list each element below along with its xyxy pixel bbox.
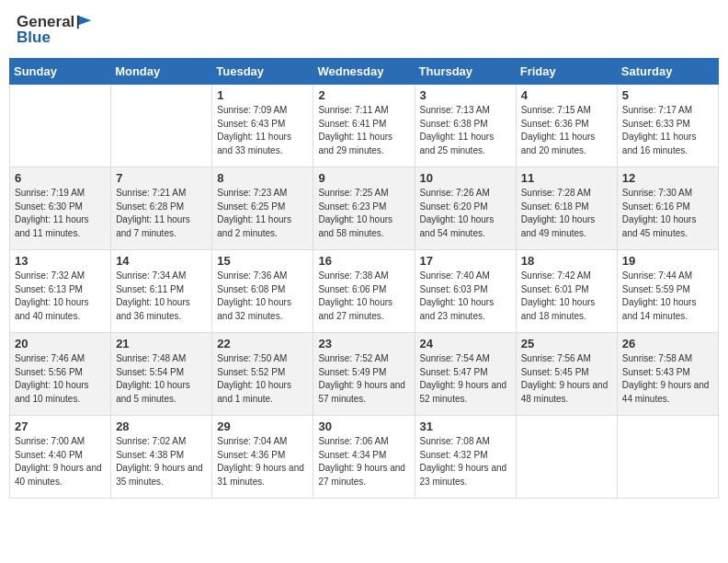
calendar-cell: 20Sunrise: 7:46 AMSunset: 5:56 PMDayligh… [10,333,111,416]
calendar-cell: 14Sunrise: 7:34 AMSunset: 6:11 PMDayligh… [111,250,212,333]
day-number: 24 [420,337,511,350]
day-number: 10 [420,171,511,185]
day-info: Sunrise: 7:30 AMSunset: 6:16 PMDaylight:… [622,187,713,240]
day-info: Sunrise: 7:17 AMSunset: 6:33 PMDaylight:… [622,104,713,157]
calendar-cell: 18Sunrise: 7:42 AMSunset: 6:01 PMDayligh… [516,250,617,333]
day-info: Sunrise: 7:19 AMSunset: 6:30 PMDaylight:… [15,187,106,240]
day-info: Sunrise: 7:52 AMSunset: 5:49 PMDaylight:… [318,352,409,406]
logo-flag-icon [76,14,93,30]
day-info: Sunrise: 7:46 AMSunset: 5:56 PMDaylight:… [15,352,106,406]
day-info: Sunrise: 7:58 AMSunset: 5:43 PMDaylight:… [622,352,713,406]
day-number: 3 [420,88,511,102]
day-number: 2 [318,88,409,102]
logo-blue-text: Blue [17,29,51,47]
day-number: 6 [15,171,106,185]
day-number: 27 [15,419,106,433]
weekday-header-monday: Monday [111,59,212,85]
day-info: Sunrise: 7:08 AMSunset: 4:32 PMDaylight:… [420,435,511,488]
weekday-header-wednesday: Wednesday [313,59,415,85]
calendar-cell [10,85,111,167]
day-number: 11 [521,171,612,185]
svg-marker-0 [78,16,91,26]
calendar-table: SundayMondayTuesdayWednesdayThursdayFrid… [9,58,719,499]
day-number: 1 [217,88,308,102]
day-info: Sunrise: 7:25 AMSunset: 6:23 PMDaylight:… [318,187,409,240]
calendar-cell: 23Sunrise: 7:52 AMSunset: 5:49 PMDayligh… [313,333,415,416]
weekday-header-thursday: Thursday [415,59,516,85]
calendar-cell: 25Sunrise: 7:56 AMSunset: 5:45 PMDayligh… [516,333,617,416]
calendar-cell: 15Sunrise: 7:36 AMSunset: 6:08 PMDayligh… [212,250,313,333]
calendar-cell: 10Sunrise: 7:26 AMSunset: 6:20 PMDayligh… [415,167,516,250]
calendar-cell: 12Sunrise: 7:30 AMSunset: 6:16 PMDayligh… [617,167,718,250]
day-info: Sunrise: 7:04 AMSunset: 4:36 PMDaylight:… [217,435,308,488]
day-info: Sunrise: 7:56 AMSunset: 5:45 PMDaylight:… [521,352,612,406]
day-info: Sunrise: 7:42 AMSunset: 6:01 PMDaylight:… [521,270,612,323]
day-info: Sunrise: 7:06 AMSunset: 4:34 PMDaylight:… [318,435,409,488]
header: General Blue [9,9,719,51]
calendar-cell: 24Sunrise: 7:54 AMSunset: 5:47 PMDayligh… [415,333,516,416]
calendar-cell: 4Sunrise: 7:15 AMSunset: 6:36 PMDaylight… [516,85,617,167]
calendar-cell: 19Sunrise: 7:44 AMSunset: 5:59 PMDayligh… [617,250,718,333]
calendar-cell: 3Sunrise: 7:13 AMSunset: 6:38 PMDaylight… [415,85,516,167]
day-info: Sunrise: 7:48 AMSunset: 5:54 PMDaylight:… [116,352,207,406]
day-info: Sunrise: 7:21 AMSunset: 6:28 PMDaylight:… [116,187,207,240]
calendar-cell [111,85,212,167]
day-number: 12 [622,171,713,185]
day-info: Sunrise: 7:09 AMSunset: 6:43 PMDaylight:… [217,104,308,157]
calendar-cell: 17Sunrise: 7:40 AMSunset: 6:03 PMDayligh… [415,250,516,333]
day-number: 22 [217,337,308,350]
day-info: Sunrise: 7:11 AMSunset: 6:41 PMDaylight:… [318,104,409,157]
calendar-week-row: 27Sunrise: 7:00 AMSunset: 4:40 PMDayligh… [10,416,719,499]
day-number: 4 [521,88,612,102]
day-info: Sunrise: 7:38 AMSunset: 6:06 PMDaylight:… [318,270,409,323]
calendar-cell: 9Sunrise: 7:25 AMSunset: 6:23 PMDaylight… [313,167,415,250]
day-number: 20 [15,337,106,350]
day-number: 21 [116,337,207,350]
day-number: 29 [217,419,308,433]
day-number: 28 [116,419,207,433]
calendar-cell: 2Sunrise: 7:11 AMSunset: 6:41 PMDaylight… [313,85,415,167]
day-number: 14 [116,254,207,268]
calendar-cell: 5Sunrise: 7:17 AMSunset: 6:33 PMDaylight… [617,85,718,167]
day-info: Sunrise: 7:54 AMSunset: 5:47 PMDaylight:… [420,352,511,406]
calendar-cell [617,416,718,499]
calendar-week-row: 20Sunrise: 7:46 AMSunset: 5:56 PMDayligh… [10,333,719,416]
day-number: 17 [420,254,511,268]
day-number: 9 [318,171,409,185]
calendar-week-row: 6Sunrise: 7:19 AMSunset: 6:30 PMDaylight… [10,167,719,250]
day-info: Sunrise: 7:50 AMSunset: 5:52 PMDaylight:… [217,352,308,406]
calendar-cell: 13Sunrise: 7:32 AMSunset: 6:13 PMDayligh… [10,250,111,333]
day-info: Sunrise: 7:13 AMSunset: 6:38 PMDaylight:… [420,104,511,157]
calendar-cell: 29Sunrise: 7:04 AMSunset: 4:36 PMDayligh… [212,416,313,499]
calendar-cell: 26Sunrise: 7:58 AMSunset: 5:43 PMDayligh… [617,333,718,416]
weekday-header-row: SundayMondayTuesdayWednesdayThursdayFrid… [10,59,719,85]
calendar-cell: 1Sunrise: 7:09 AMSunset: 6:43 PMDaylight… [212,85,313,167]
day-number: 26 [622,337,713,350]
weekday-header-tuesday: Tuesday [212,59,313,85]
weekday-header-friday: Friday [516,59,617,85]
day-info: Sunrise: 7:02 AMSunset: 4:38 PMDaylight:… [116,435,207,488]
day-number: 23 [318,337,409,350]
day-info: Sunrise: 7:36 AMSunset: 6:08 PMDaylight:… [217,270,308,323]
calendar-cell: 16Sunrise: 7:38 AMSunset: 6:06 PMDayligh… [313,250,415,333]
calendar-week-row: 13Sunrise: 7:32 AMSunset: 6:13 PMDayligh… [10,250,719,333]
calendar-cell: 31Sunrise: 7:08 AMSunset: 4:32 PMDayligh… [415,416,516,499]
day-number: 8 [217,171,308,185]
calendar-cell: 7Sunrise: 7:21 AMSunset: 6:28 PMDaylight… [111,167,212,250]
calendar-cell: 21Sunrise: 7:48 AMSunset: 5:54 PMDayligh… [111,333,212,416]
calendar-cell: 27Sunrise: 7:00 AMSunset: 4:40 PMDayligh… [10,416,111,499]
day-info: Sunrise: 7:00 AMSunset: 4:40 PMDaylight:… [15,435,106,488]
calendar-cell: 6Sunrise: 7:19 AMSunset: 6:30 PMDaylight… [10,167,111,250]
day-number: 16 [318,254,409,268]
calendar-cell [516,416,617,499]
day-number: 18 [521,254,612,268]
day-info: Sunrise: 7:44 AMSunset: 5:59 PMDaylight:… [622,270,713,323]
day-number: 31 [420,419,511,433]
day-info: Sunrise: 7:28 AMSunset: 6:18 PMDaylight:… [521,187,612,240]
day-number: 7 [116,171,207,185]
calendar-week-row: 1Sunrise: 7:09 AMSunset: 6:43 PMDaylight… [10,85,719,167]
day-number: 5 [622,88,713,102]
calendar-cell: 30Sunrise: 7:06 AMSunset: 4:34 PMDayligh… [313,416,415,499]
calendar-cell: 11Sunrise: 7:28 AMSunset: 6:18 PMDayligh… [516,167,617,250]
day-number: 25 [521,337,612,350]
